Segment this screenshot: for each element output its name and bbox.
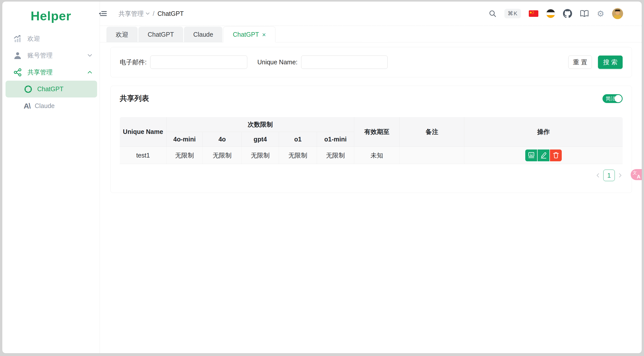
sidebar-item-claude[interactable]: A\ Claude [6,97,97,114]
cell-note [400,147,464,164]
user-avatar[interactable] [612,8,623,19]
app-logo: Helper [2,6,100,27]
menu-fold-icon[interactable] [97,9,108,18]
pagination-page-1[interactable]: 1 [603,170,615,181]
email-label: 电子邮件: [120,58,147,66]
sidebar-item-chatgpt[interactable]: ChatGPT [6,81,97,97]
tab-label: ChatGPT [233,31,259,38]
trash-icon [552,151,560,159]
tab-close-icon[interactable]: × [262,31,266,38]
search-button[interactable]: 搜 索 [598,56,623,69]
chevron-down-icon [146,12,150,15]
search-form-card: 电子邮件: Unique Name: 重 置 搜 索 [110,47,632,77]
pagination: 1 [120,170,623,181]
col-header-note: 备注 [400,117,464,147]
share-card-button[interactable] [525,149,537,161]
tab-chatgpt[interactable]: ChatGPT [138,27,183,42]
breadcrumb: 共享管理 / ChatGPT [118,10,184,18]
github-icon[interactable] [563,9,572,18]
toggle-label: 简洁 [606,95,616,102]
chart-trend-icon [13,34,22,43]
col-header-limits-group: 次数限制 [167,117,354,132]
pagination-prev-icon[interactable] [596,173,599,178]
compact-toggle[interactable]: 简洁 [602,94,623,103]
table-row: test1 无限制 无限制 无限制 无限制 无限制 未知 [120,147,623,164]
search-icon[interactable] [489,10,497,18]
cell-limit-o1-mini: 无限制 [317,147,354,164]
col-header-unique-name: Unique Name [120,117,167,147]
sidebar-item-welcome[interactable]: 欢迎 [2,30,100,47]
tab-chatgpt-active[interactable]: ChatGPT × [223,26,275,42]
sidebar-item-label: 账号管理 [27,51,82,60]
tab-label: 欢迎 [116,30,128,39]
col-header-o1-mini: o1-mini [317,132,354,147]
cell-limit-4o: 无限制 [203,147,242,164]
user-icon [13,51,22,60]
tab-label: ChatGPT [148,31,174,38]
sidebar: Helper 欢迎 [2,2,100,353]
cell-actions [464,147,623,164]
action-button-group [525,149,562,161]
breadcrumb-current: ChatGPT [157,10,184,17]
reset-button[interactable]: 重 置 [568,56,592,69]
toggle-knob [615,95,622,102]
sidebar-item-label: 欢迎 [27,34,92,43]
tab-claude[interactable]: Claude [184,27,222,42]
breadcrumb-section[interactable]: 共享管理 [118,10,150,18]
cell-unique-name: test1 [120,147,167,164]
docs-book-icon[interactable] [580,10,589,17]
content-area: 电子邮件: Unique Name: 重 置 搜 索 共享列表 简洁 [100,42,642,353]
card-title: 共享列表 [120,93,149,104]
tab-welcome[interactable]: 欢迎 [106,27,138,42]
email-field[interactable] [150,56,247,69]
col-header-o1: o1 [279,132,317,147]
tab-bar: 欢迎 ChatGPT Claude ChatGPT × [100,26,642,42]
col-header-expiry: 有效期至 [354,117,400,147]
shortcut-badge[interactable]: ⌘K [504,9,521,18]
main-area: 共享管理 / ChatGPT ⌘K [100,2,642,353]
unique-name-label: Unique Name: [257,59,298,66]
delete-button[interactable] [550,149,562,161]
theme-flag-icon[interactable] [546,9,555,18]
col-header-actions: 操作 [464,117,623,147]
app-window: Helper 欢迎 [2,1,642,353]
cell-limit-4o-mini: 无限制 [167,147,203,164]
pagination-next-icon[interactable] [619,173,622,178]
language-flag-icon[interactable] [529,10,538,17]
share-table: Unique Name 次数限制 有效期至 备注 操作 4o-mini 4o g… [120,117,623,164]
translate-icon: 文 [633,170,637,176]
header-actions: ⌘K [489,8,623,19]
top-bar: 共享管理 / ChatGPT ⌘K [100,2,642,26]
cell-limit-gpt4: 无限制 [242,147,279,164]
col-header-gpt4: gpt4 [242,132,279,147]
id-card-icon [528,151,535,159]
translate-float-button[interactable]: 文 A [631,169,642,180]
cell-limit-o1: 无限制 [279,147,317,164]
settings-gear-icon[interactable]: ⚙ [597,9,604,19]
col-header-4o-mini: 4o-mini [167,132,203,147]
sidebar-menu: 欢迎 账号管理 [2,30,100,114]
chevron-down-icon [88,54,92,57]
unique-name-field[interactable] [301,56,388,69]
edit-button[interactable] [538,149,549,161]
sidebar-item-label: ChatGPT [37,85,63,93]
sidebar-item-share[interactable]: 共享管理 [2,64,100,81]
sidebar-item-label: 共享管理 [27,68,82,76]
breadcrumb-separator: / [153,10,154,17]
sidebar-item-account[interactable]: 账号管理 [2,47,100,64]
share-list-card: 共享列表 简洁 Unique Name 次数限制 有 [110,86,632,193]
tab-label: Claude [193,31,213,38]
cell-expiry: 未知 [354,147,400,164]
col-header-4o: 4o [203,132,242,147]
chevron-up-icon [88,71,92,74]
share-icon [13,68,22,77]
edit-pencil-icon [540,151,547,159]
anthropic-logo-icon: A\ [24,102,30,110]
sidebar-item-label: Claude [35,102,55,110]
openai-logo-icon [24,85,33,94]
